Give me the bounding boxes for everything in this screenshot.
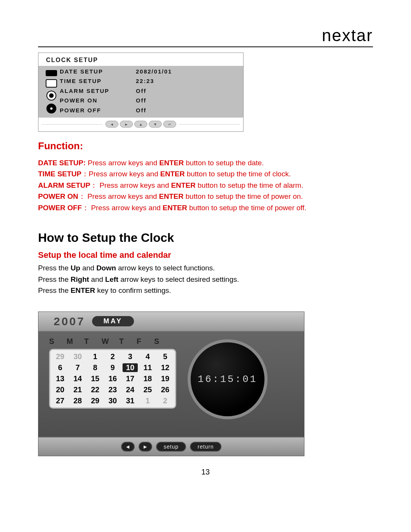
nav-pill[interactable]: ► (120, 121, 133, 128)
setup-row-label: TIME SETUP (60, 78, 136, 84)
battery-icon (46, 70, 57, 76)
calendar-cell: 31 (123, 396, 138, 405)
calendar-footer: ◄ ► setup return (38, 437, 304, 456)
calendar-cell: 17 (123, 374, 138, 383)
calendar-month: MAY (92, 316, 134, 326)
howto-line: Press the ENTER key to confirm settings. (38, 285, 373, 296)
setup-row-value: Off (136, 88, 236, 94)
calendar-year: 2007 (54, 315, 85, 328)
clock-setup-nav: ◄►▲▼↵ (38, 117, 243, 131)
clock-setup-body: DATE SETUP2082/01/01TIME SETUP22:23ALARM… (38, 66, 243, 117)
calendar-cell: 13 (53, 374, 68, 383)
calendar-cell: 26 (158, 385, 173, 394)
setup-row-label: ALARM SETUP (60, 88, 136, 94)
clock-face: 16:15:01 (188, 339, 268, 419)
setup-row-label: POWER ON (60, 97, 136, 104)
calendar-cell: 28 (70, 396, 85, 405)
calendar-cell: 4 (140, 352, 155, 361)
clock-icon (46, 104, 56, 113)
dow-cell: M (67, 337, 82, 346)
calendar-cell: 25 (140, 385, 155, 394)
calendar-cell: 8 (88, 363, 103, 372)
howto-line: Press the Right and Left arrow keys to s… (38, 274, 373, 285)
calendar-grid: 2930123456789101112131415161718192021222… (49, 349, 176, 409)
setup-row-value: Off (136, 97, 236, 104)
dow-cell: S (154, 337, 169, 346)
calendar-cell: 22 (88, 385, 103, 394)
calendar-cell: 19 (158, 374, 173, 383)
dow-cell: T (119, 337, 134, 346)
setup-row-value: Off (136, 107, 236, 113)
header-rule (38, 46, 373, 47)
calendar-cell: 7 (70, 363, 85, 372)
howto-heading: How to Setup the Clock (38, 231, 373, 245)
calendar-cell: 29 (88, 396, 103, 405)
nav-pill[interactable]: ▲ (134, 121, 147, 128)
setup-row-label: POWER OFF (60, 107, 136, 113)
calendar-cell: 11 (140, 363, 155, 372)
calendar-cell: 20 (53, 385, 68, 394)
dow-cell: T (84, 337, 99, 346)
page-number: 13 (38, 468, 373, 476)
calendar-cell: 9 (105, 363, 120, 372)
calendar-header: 2007 MAY (38, 312, 304, 332)
clock-setup-screenshot: CLOCK SETUP DATE SETUP2082/01/01TIME SET… (38, 53, 244, 132)
calendar-screenshot: 2007 MAY SMTWTFS 29301234567891011121314… (38, 312, 304, 456)
function-heading: Function: (38, 140, 373, 152)
setup-row-value: 22:23 (136, 78, 236, 84)
calendar-cell: 30 (105, 396, 120, 405)
calendar-cell: 16 (105, 374, 120, 383)
howto-subheading: Setup the local time and calendar (38, 250, 373, 260)
calendar-cell: 5 (158, 352, 173, 361)
nav-pill[interactable]: ▼ (149, 121, 162, 128)
dow-cell: W (102, 337, 117, 346)
calendar-cell: 1 (88, 352, 103, 361)
nav-pill[interactable]: ↵ (163, 121, 176, 128)
clock-setup-title: CLOCK SETUP (38, 53, 243, 66)
setup-button[interactable]: setup (156, 442, 186, 452)
function-line: ALARM SETUP： Press arrow keys and ENTER … (38, 180, 373, 191)
dow-cell: F (137, 337, 152, 346)
function-line: TIME SETUP：Press arrow keys and ENTER bu… (38, 168, 373, 179)
calendar-cell: 24 (123, 385, 138, 394)
dow-cell: S (49, 337, 64, 346)
return-button[interactable]: return (190, 442, 221, 452)
function-list: DATE SETUP: Press arrow keys and ENTER b… (38, 157, 373, 213)
calendar-cell: 30 (70, 352, 85, 361)
nav-left-button[interactable]: ◄ (121, 442, 135, 452)
calendar-cell: 29 (53, 352, 68, 361)
calendar-cell: 1 (140, 396, 155, 405)
calendar-cell: 2 (158, 396, 173, 405)
calendar-cell: 23 (105, 385, 120, 394)
calendar-cell: 15 (88, 374, 103, 383)
howto-line: Press the Up and Down arrow keys to sele… (38, 262, 373, 273)
clock-setup-iconcol (43, 68, 60, 113)
clock-setup-list: DATE SETUP2082/01/01TIME SETUP22:23ALARM… (60, 68, 236, 113)
calendar-cell: 21 (70, 385, 85, 394)
calendar-cell: 6 (53, 363, 68, 372)
function-line: POWER ON： Press arrow keys and ENTER but… (38, 191, 373, 202)
setup-row-label: DATE SETUP (60, 68, 136, 75)
howto-body: Press the Up and Down arrow keys to sele… (38, 262, 373, 296)
calendar-cell: 10 (123, 363, 138, 372)
function-line: DATE SETUP: Press arrow keys and ENTER b… (38, 157, 373, 168)
function-line: POWER OFF： Press arrow keys and ENTER bu… (38, 202, 373, 213)
calendar-cell: 27 (53, 396, 68, 405)
calendar-dow: SMTWTFS (49, 337, 176, 346)
calendar-cell: 12 (158, 363, 173, 372)
calendar-cell: 18 (140, 374, 155, 383)
setup-row-value: 2082/01/01 (136, 68, 236, 75)
calendar-cell: 14 (70, 374, 85, 383)
calendar-cell: 2 (105, 352, 120, 361)
nav-pill[interactable]: ◄ (105, 121, 118, 128)
nav-right-button[interactable]: ► (139, 442, 152, 452)
ball-icon (46, 91, 56, 101)
brand-logo: nextar (322, 26, 373, 45)
calendar-cell: 3 (123, 352, 138, 361)
card-icon (46, 79, 57, 88)
